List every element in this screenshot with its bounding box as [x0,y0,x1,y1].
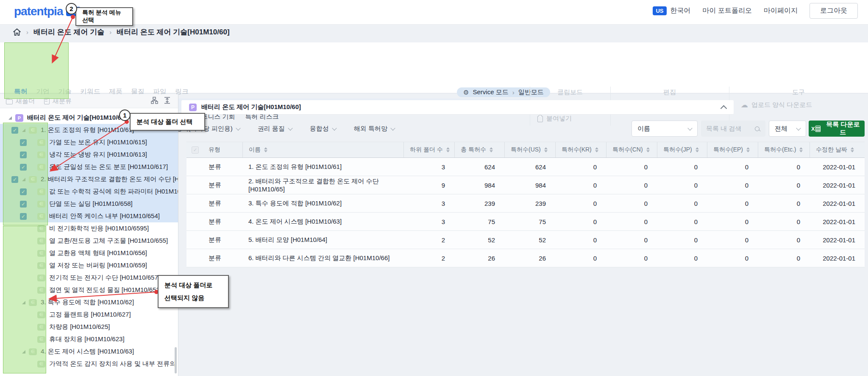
table-cell: 2 [403,255,454,262]
portfolio-icon: P [189,104,197,111]
sort-arrows-icon[interactable] [799,147,803,152]
chevron-down-icon [288,126,292,130]
sort-arrows-icon[interactable] [646,147,650,152]
upload-template-download-button[interactable]: ☁ 업로드 양식 다운로드 [741,101,812,109]
menu-dropdown-label: 해외 특허망 [354,125,387,133]
callout-number-2: 2 [66,3,77,14]
table-row[interactable]: 분류1. 온도 조정의 유형 [H01M10/61]36246240000020… [186,158,865,176]
tree-item-label: 휴대 장치용 [H01M10/623] [49,335,125,343]
tree-item-label: 가역적 온도 감지 장치의 사용 및 내부 전류의 흐름 제어 [49,360,178,368]
table-row[interactable]: 분류3. 특수 용도에 적합 [H01M10/62]32392390000020… [186,194,865,213]
sort-arrows-icon[interactable] [446,147,450,152]
table-row[interactable]: 분류5. 배터리 모양 [H01M10/64]25252000002022-01… [186,231,865,249]
folder-table: ✓유형이름하위 폴더 수총 특허수특허수(US)특허수(KR)특허수(CN)특허… [186,142,865,267]
table-header-checkbox-cell: ✓ [186,146,203,154]
callout-number-1: 1 [119,109,131,121]
column-header-label: 특허수(EP) [713,146,743,154]
column-header[interactable]: 이름 [242,142,403,157]
breadcrumb-separator: › [109,28,111,36]
table-cell: 0 [606,163,657,171]
tree-item-label: 배터리 안쪽 케이스 내부 [H01M10/654] [49,212,160,220]
service-mode-label: Service 모드 [473,88,508,96]
expander-triangle-icon[interactable] [8,116,12,120]
sort-arrows-icon[interactable] [490,147,493,152]
my-portfolio-link[interactable]: 마이 포트폴리오 [703,6,752,15]
paste-button[interactable]: 붙여넣기 [537,115,572,123]
column-header[interactable]: 특허수(CN) [606,142,657,157]
table-cell: 0 [606,182,657,189]
table-row[interactable]: 분류4. 온도 제어 시스템 [H01M10/63]37575000002022… [186,213,865,231]
field-select[interactable]: 이름 [632,121,698,137]
sidebar-scrollbar[interactable] [175,347,177,373]
language-us-badge[interactable]: US [653,6,666,15]
hierarchy-icon[interactable] [151,97,158,104]
table-cell: 분류 [203,218,242,226]
table-row[interactable]: 분류6. 배터리와 다른 시스템 간의 열교환 [H01M10/66]22626… [186,249,865,267]
list-download-button[interactable]: X 목록 다운로드 [809,121,865,137]
breadcrumb-item[interactable]: 배터리 온도 제어 기술 [33,27,104,37]
column-header[interactable]: 총 특허수 [454,142,504,157]
table-cell: 0 [657,218,707,225]
app-canvas: patentpia US US 한국어 마이 포트폴리오 마이페이지 로그아웃 … [0,0,868,376]
column-header[interactable]: 특허수(Etc.) [758,142,810,157]
table-cell: 2 [403,236,454,244]
paste-icon [537,116,543,122]
column-header[interactable]: 특허수(KR) [555,142,606,157]
tree-item-label: 3. 특수 용도에 적합 [H01M10/62] [41,298,134,306]
sort-arrows-icon[interactable] [544,147,548,152]
language-label[interactable]: 한국어 [670,6,691,15]
column-header[interactable]: 특허수(JP) [657,142,707,157]
column-header-label: 특허수(US) [511,146,541,154]
tree-item-label: 1. 온도 조정의 유형 [H01M10/61] [41,126,134,134]
table-cell: 0 [758,255,810,262]
column-header-label: 특허수(CN) [612,146,643,154]
filter-select[interactable]: 전체 [769,121,806,137]
search-input[interactable]: 목록 내 검색 [701,121,765,137]
cloud-upload-icon: ☁ [741,101,748,109]
chevron-down-icon [332,126,337,130]
home-icon[interactable] [13,28,21,36]
sort-arrows-icon[interactable] [696,147,699,152]
menu-dropdown-item[interactable]: 권리 품질 [258,125,292,133]
column-header[interactable]: 특허수(EP) [707,142,758,157]
collapse-chevron-icon[interactable] [721,105,727,112]
table-cell: 26 [504,255,555,262]
folder-name-cell: 5. 배터리 모양 [H01M10/64] [242,236,403,244]
panel-title: 배터리 온도 제어 기술[H01M10/60] [201,103,301,111]
table-cell: 0 [707,163,758,171]
column-header[interactable]: 특허수(US) [504,142,555,157]
panel-title-bar: P 배터리 온도 제어 기술[H01M10/60] [181,100,734,115]
select-all-checkbox[interactable]: ✓ [192,146,199,154]
tree-item-label: 절연 및 열적 전도성 물질 [H01M10/653] [49,286,161,294]
sort-arrows-icon[interactable] [264,147,267,152]
menu-dropdown-item[interactable]: 해외 특허망 [354,125,395,133]
table-cell: 0 [657,255,707,262]
table-row[interactable]: 분류2. 배터리와 구조적으로 결합한 온도 제어 수단 [H01M10/65]… [186,176,865,194]
expand-all-icon[interactable] [164,97,170,104]
logout-button[interactable]: 로그아웃 [810,3,858,19]
table-cell: 0 [707,182,758,189]
table-header-row: ✓유형이름하위 폴더 수총 특허수특허수(US)특허수(KR)특허수(CN)특허… [186,142,865,158]
tree-item-label: 값 또는 수학적 공식에 의한 파라미터 [H01M10/651] [49,188,178,196]
table-cell: 0 [707,255,758,262]
tree-item-label: 2. 배터리와 구조적으로 결합한 온도 제어 수단 [H01M10/65] [41,175,178,183]
breadcrumb: › 배터리 온도 제어 기술 › 배터리 온도 제어 기술[H01M10/60] [13,27,230,37]
sort-arrows-icon[interactable] [851,147,854,152]
table-cell: 239 [504,200,555,207]
column-header[interactable]: 수정한 날짜 [810,142,865,157]
sort-arrows-icon[interactable] [746,147,750,152]
chevron-down-icon [687,126,692,130]
table-cell: 52 [454,236,504,244]
table-cell: 0 [758,218,810,225]
column-header[interactable]: 하위 폴더 수 [403,142,454,157]
folder-name-cell: 3. 특수 용도에 적합 [H01M10/62] [242,199,403,208]
menu-dropdown-item[interactable]: 융합성 [310,125,336,133]
table-cell: 0 [555,255,606,262]
menu-dropdown-label: 권리 품질 [258,125,285,133]
table-cell: 분류 [203,181,242,189]
my-page-link[interactable]: 마이페이지 [764,6,798,15]
table-cell: 분류 [203,236,242,244]
table-cell: 분류 [203,163,242,171]
folder-name-cell: 6. 배터리와 다른 시스템 간의 열교환 [H01M10/66] [242,254,403,262]
sort-arrows-icon[interactable] [595,147,598,152]
